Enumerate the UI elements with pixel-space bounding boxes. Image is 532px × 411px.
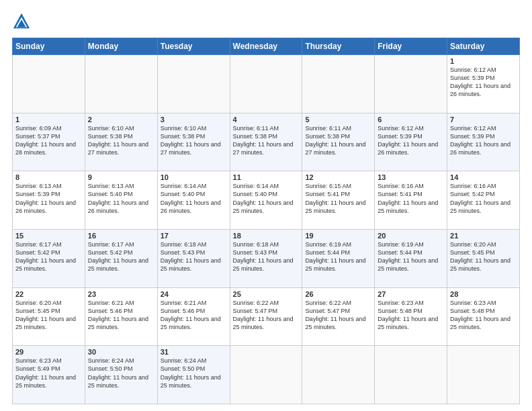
- calendar-cell: 21Sunrise: 6:20 AMSunset: 5:45 PMDayligh…: [447, 229, 520, 287]
- day-number: 26: [305, 290, 371, 298]
- day-number: 23: [88, 290, 154, 298]
- day-info: Sunrise: 6:16 AMSunset: 5:41 PMDaylight:…: [378, 182, 444, 215]
- calendar-cell: 25Sunrise: 6:22 AMSunset: 5:47 PMDayligh…: [230, 287, 302, 346]
- day-info: Sunrise: 6:20 AMSunset: 5:45 PMDaylight:…: [450, 240, 517, 273]
- day-info: Sunrise: 6:18 AMSunset: 5:43 PMDaylight:…: [161, 240, 227, 273]
- calendar-cell: [302, 55, 375, 113]
- calendar-week-row: 1Sunrise: 6:09 AMSunset: 5:37 PMDaylight…: [13, 113, 520, 171]
- day-info: Sunrise: 6:18 AMSunset: 5:43 PMDaylight:…: [233, 240, 300, 273]
- calendar-cell: 31Sunrise: 6:24 AMSunset: 5:50 PMDayligh…: [157, 346, 230, 404]
- day-number: 31: [161, 348, 227, 356]
- day-number: 4: [233, 116, 300, 124]
- calendar-cell: [302, 346, 375, 404]
- calendar-cell: 7Sunrise: 6:12 AMSunset: 5:39 PMDaylight…: [447, 113, 520, 171]
- day-number: 16: [88, 232, 154, 240]
- day-number: 7: [450, 116, 517, 124]
- day-info: Sunrise: 6:11 AMSunset: 5:38 PMDaylight:…: [233, 124, 300, 157]
- calendar-week-row: 1Sunrise: 6:12 AMSunset: 5:39 PMDaylight…: [13, 55, 520, 113]
- day-info: Sunrise: 6:13 AMSunset: 5:39 PMDaylight:…: [15, 182, 82, 215]
- day-number: 27: [378, 290, 444, 298]
- day-info: Sunrise: 6:24 AMSunset: 5:50 PMDaylight:…: [161, 357, 227, 390]
- day-number: 11: [233, 173, 300, 181]
- calendar-week-row: 22Sunrise: 6:20 AMSunset: 5:45 PMDayligh…: [13, 287, 520, 346]
- day-number: 13: [378, 173, 444, 181]
- calendar-cell: [157, 55, 230, 113]
- calendar-day-header: Wednesday: [230, 38, 302, 55]
- day-info: Sunrise: 6:14 AMSunset: 5:40 PMDaylight:…: [233, 182, 300, 215]
- calendar-cell: 10Sunrise: 6:14 AMSunset: 5:40 PMDayligh…: [157, 171, 230, 230]
- calendar-cell: [230, 346, 302, 404]
- day-info: Sunrise: 6:24 AMSunset: 5:50 PMDaylight:…: [88, 357, 154, 390]
- calendar-cell: 19Sunrise: 6:19 AMSunset: 5:44 PMDayligh…: [302, 229, 375, 287]
- day-info: Sunrise: 6:21 AMSunset: 5:46 PMDaylight:…: [88, 299, 154, 332]
- calendar-cell: 30Sunrise: 6:24 AMSunset: 5:50 PMDayligh…: [85, 346, 157, 404]
- calendar-cell: 13Sunrise: 6:16 AMSunset: 5:41 PMDayligh…: [375, 171, 447, 230]
- day-number: 5: [305, 116, 371, 124]
- day-info: Sunrise: 6:22 AMSunset: 5:47 PMDaylight:…: [233, 299, 300, 332]
- calendar-table: SundayMondayTuesdayWednesdayThursdayFrid…: [12, 38, 520, 404]
- day-info: Sunrise: 6:17 AMSunset: 5:42 PMDaylight:…: [15, 240, 82, 273]
- day-info: Sunrise: 6:20 AMSunset: 5:45 PMDaylight:…: [15, 299, 82, 332]
- day-number: 20: [378, 232, 444, 240]
- header: [12, 12, 520, 31]
- calendar-day-header: Friday: [375, 38, 447, 55]
- calendar-cell: [375, 346, 447, 404]
- calendar-week-row: 29Sunrise: 6:23 AMSunset: 5:49 PMDayligh…: [13, 346, 520, 404]
- day-number: 17: [161, 232, 227, 240]
- day-number: 3: [161, 116, 227, 124]
- day-info: Sunrise: 6:17 AMSunset: 5:42 PMDaylight:…: [88, 240, 154, 273]
- calendar-cell: 14Sunrise: 6:16 AMSunset: 5:42 PMDayligh…: [447, 171, 520, 230]
- day-info: Sunrise: 6:11 AMSunset: 5:38 PMDaylight:…: [305, 124, 371, 157]
- calendar-cell: 23Sunrise: 6:21 AMSunset: 5:46 PMDayligh…: [85, 287, 157, 346]
- day-info: Sunrise: 6:13 AMSunset: 5:40 PMDaylight:…: [88, 182, 154, 215]
- calendar-header-row: SundayMondayTuesdayWednesdayThursdayFrid…: [13, 38, 520, 55]
- calendar-cell: 22Sunrise: 6:20 AMSunset: 5:45 PMDayligh…: [13, 287, 85, 346]
- calendar-cell: 16Sunrise: 6:17 AMSunset: 5:42 PMDayligh…: [85, 229, 157, 287]
- day-info: Sunrise: 6:23 AMSunset: 5:49 PMDaylight:…: [15, 357, 82, 390]
- calendar-cell: [230, 55, 302, 113]
- calendar-cell: 17Sunrise: 6:18 AMSunset: 5:43 PMDayligh…: [157, 229, 230, 287]
- day-number: 25: [233, 290, 300, 298]
- day-number: 1: [15, 116, 82, 124]
- day-number: 6: [378, 116, 444, 124]
- calendar-cell: 6Sunrise: 6:12 AMSunset: 5:39 PMDaylight…: [375, 113, 447, 171]
- day-number: 22: [15, 290, 82, 298]
- calendar-cell: 11Sunrise: 6:14 AMSunset: 5:40 PMDayligh…: [230, 171, 302, 230]
- day-number: 30: [88, 348, 154, 356]
- calendar-cell: [13, 55, 85, 113]
- day-number: 24: [161, 290, 227, 298]
- day-info: Sunrise: 6:22 AMSunset: 5:47 PMDaylight:…: [305, 299, 371, 332]
- day-number: 2: [88, 116, 154, 124]
- calendar-cell: 27Sunrise: 6:23 AMSunset: 5:48 PMDayligh…: [375, 287, 447, 346]
- day-number: 12: [305, 173, 371, 181]
- calendar-cell: 2Sunrise: 6:10 AMSunset: 5:38 PMDaylight…: [85, 113, 157, 171]
- day-info: Sunrise: 6:16 AMSunset: 5:42 PMDaylight:…: [450, 182, 517, 215]
- calendar-week-row: 8Sunrise: 6:13 AMSunset: 5:39 PMDaylight…: [13, 171, 520, 230]
- calendar-cell: 24Sunrise: 6:21 AMSunset: 5:46 PMDayligh…: [157, 287, 230, 346]
- day-info: Sunrise: 6:21 AMSunset: 5:46 PMDaylight:…: [161, 299, 227, 332]
- day-number: 14: [450, 173, 517, 181]
- calendar-week-row: 15Sunrise: 6:17 AMSunset: 5:42 PMDayligh…: [13, 229, 520, 287]
- calendar-cell: [447, 346, 520, 404]
- calendar-cell: 20Sunrise: 6:19 AMSunset: 5:44 PMDayligh…: [375, 229, 447, 287]
- calendar-cell: 3Sunrise: 6:10 AMSunset: 5:38 PMDaylight…: [157, 113, 230, 171]
- calendar-cell: 12Sunrise: 6:15 AMSunset: 5:41 PMDayligh…: [302, 171, 375, 230]
- day-info: Sunrise: 6:10 AMSunset: 5:38 PMDaylight:…: [88, 124, 154, 157]
- day-number: 1: [450, 57, 517, 65]
- day-info: Sunrise: 6:19 AMSunset: 5:44 PMDaylight:…: [378, 240, 444, 273]
- logo-icon: [12, 12, 31, 31]
- logo: [12, 12, 34, 31]
- calendar-cell: 26Sunrise: 6:22 AMSunset: 5:47 PMDayligh…: [302, 287, 375, 346]
- calendar-cell: [85, 55, 157, 113]
- day-info: Sunrise: 6:10 AMSunset: 5:38 PMDaylight:…: [161, 124, 227, 157]
- calendar-day-header: Thursday: [302, 38, 375, 55]
- day-number: 9: [88, 173, 154, 181]
- day-info: Sunrise: 6:15 AMSunset: 5:41 PMDaylight:…: [305, 182, 371, 215]
- calendar-cell: 4Sunrise: 6:11 AMSunset: 5:38 PMDaylight…: [230, 113, 302, 171]
- calendar-cell: 28Sunrise: 6:23 AMSunset: 5:48 PMDayligh…: [447, 287, 520, 346]
- calendar-day-header: Monday: [85, 38, 157, 55]
- day-info: Sunrise: 6:09 AMSunset: 5:37 PMDaylight:…: [15, 124, 82, 157]
- calendar-cell: 9Sunrise: 6:13 AMSunset: 5:40 PMDaylight…: [85, 171, 157, 230]
- calendar-cell: 15Sunrise: 6:17 AMSunset: 5:42 PMDayligh…: [13, 229, 85, 287]
- day-number: 18: [233, 232, 300, 240]
